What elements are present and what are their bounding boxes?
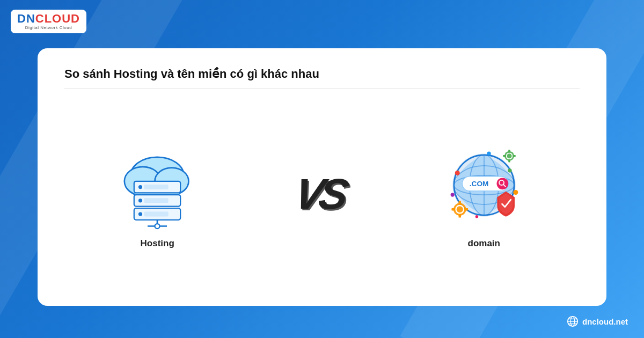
footer-site-text: dncloud.net [582, 317, 628, 326]
vs-text: VS [291, 173, 348, 216]
svg-point-15 [155, 224, 160, 229]
comparison-area: Hosting VS [64, 99, 580, 290]
logo-dn: DN [17, 12, 35, 25]
domain-illustration: .COM [433, 139, 535, 231]
svg-point-44 [475, 215, 478, 218]
domain-side: .COM [433, 139, 535, 249]
svg-rect-6 [144, 185, 169, 189]
svg-point-42 [450, 193, 454, 196]
svg-point-40 [508, 168, 511, 172]
svg-rect-38 [451, 208, 455, 211]
svg-rect-12 [144, 212, 169, 217]
svg-point-5 [138, 185, 142, 189]
hosting-illustration [109, 139, 206, 231]
hosting-side: Hosting [109, 139, 206, 249]
svg-point-11 [138, 212, 142, 216]
svg-rect-32 [503, 155, 506, 157]
svg-rect-9 [144, 198, 169, 203]
svg-point-24 [496, 178, 508, 189]
svg-point-39 [455, 171, 459, 175]
main-card: So sánh Hosting và tên miền có gì khác n… [38, 48, 606, 306]
logo-subtitle: Digital Network Cloud [25, 25, 72, 30]
card-title: So sánh Hosting và tên miền có gì khác n… [64, 67, 580, 89]
background: DNCLOUD Digital Network Cloud So sánh Ho… [0, 0, 644, 338]
svg-point-43 [487, 152, 491, 156]
footer-brand: dncloud.net [567, 315, 628, 327]
domain-label: domain [468, 238, 500, 249]
logo: DNCLOUD Digital Network Cloud [11, 10, 86, 33]
svg-rect-30 [508, 159, 510, 162]
svg-rect-35 [458, 201, 461, 204]
svg-point-41 [513, 190, 518, 195]
svg-rect-36 [458, 214, 461, 217]
svg-point-8 [138, 199, 142, 202]
svg-rect-29 [508, 150, 510, 152]
svg-rect-37 [465, 208, 468, 211]
logo-cloud: CLOUD [35, 12, 80, 25]
svg-rect-31 [513, 155, 515, 157]
svg-text:.COM: .COM [470, 180, 488, 188]
footer-globe-icon [567, 315, 579, 327]
hosting-label: Hosting [141, 238, 174, 249]
vs-container: VS [295, 173, 344, 216]
